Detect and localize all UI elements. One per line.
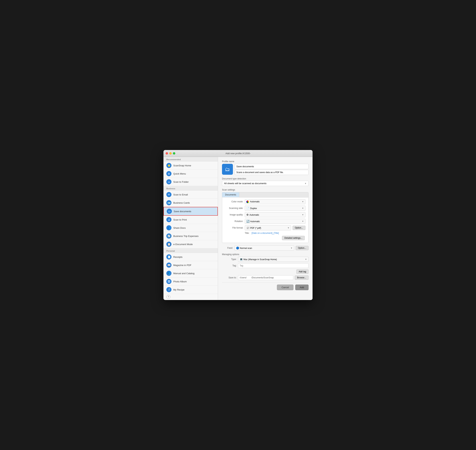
rotation-dropdown[interactable]: 🔄Automatic ▼ (245, 219, 305, 224)
rotation-icon: 🔄 (246, 220, 250, 223)
cancel-button[interactable]: Cancel (277, 284, 293, 290)
computer-icon: 💻 (240, 258, 243, 261)
scanning-side-dropdown[interactable]: 📄Duplex ▼ (245, 206, 305, 211)
sidebar-item-quick-menu[interactable]: ⊞ Quick Menu (163, 170, 218, 178)
color-mode-dropdown[interactable]: Automatic ▼ (245, 199, 305, 204)
sidebar-item-label: Save documents (174, 210, 191, 213)
feed-section: Feed: 🔵Normal scan ▼ Option... (222, 245, 309, 250)
chevron-down-icon: ▼ (305, 258, 307, 260)
tag-row: Tag: (222, 263, 309, 268)
add-button[interactable]: Add (295, 284, 309, 290)
add-tag-row: Add tag (222, 269, 309, 274)
profile-text-fields (235, 164, 309, 175)
help-button[interactable]: ? (166, 295, 170, 299)
close-button[interactable] (166, 152, 168, 154)
title-label: Title: (245, 232, 250, 234)
titlebar: Add new profile:iX1500- (163, 150, 313, 157)
chevron-down-icon: ▼ (304, 182, 307, 184)
sidebar-item-scan-to-folder[interactable]: 🗂 Scan to Folder (163, 178, 218, 186)
profile-name-input[interactable] (235, 164, 309, 169)
receipts-icon: 🧾 (166, 254, 172, 260)
sidebar-item-business-cards[interactable]: 🪪 Business Cards (163, 199, 218, 207)
duplex-icon: 📄 (246, 207, 250, 210)
chevron-down-icon: ▼ (291, 247, 292, 249)
sidebar-item-magazine[interactable]: 📖 Magazine in PDF (163, 261, 218, 269)
share-docs-icon: 👥 (166, 225, 172, 230)
tag-input[interactable] (238, 263, 309, 268)
sidebar-item-share-docs[interactable]: 👥 Share Docs (163, 224, 218, 232)
detection-label: Document type detection (222, 178, 309, 180)
type-row: Type: 💻Mac (Manage in ScanSnap Home) ▼ (222, 257, 309, 262)
bottom-buttons: Cancel Add (222, 283, 309, 290)
file-format-dropdown[interactable]: 📰PDF (*.pdf) ▼ (245, 225, 291, 230)
business-cards-icon: 🪪 (166, 200, 172, 205)
magazine-icon: 📖 (166, 263, 172, 268)
sidebar-item-scansnap-home[interactable]: ⭐ ScanSnap Home (163, 161, 218, 170)
add-tag-button[interactable]: Add tag (296, 269, 309, 274)
detailed-settings-button[interactable]: Detailed settings... (282, 236, 305, 240)
detection-dropdown[interactable]: All sheets will be scanned as documents … (222, 181, 309, 186)
save-to-input[interactable] (238, 275, 293, 280)
managing-options-section: Managing options Type: 💻Mac (Manage in S… (222, 253, 309, 280)
scan-to-folder-icon: 🗂 (166, 179, 172, 184)
profile-icon: 🗂 (222, 164, 233, 175)
scan-settings-box: Documents Color mode: Automatic ▼ Scan (222, 192, 309, 243)
sidebar-item-save-documents[interactable]: 🗂 Save documents (163, 207, 218, 216)
feed-dropdown[interactable]: 🔵Normal scan ▼ (234, 245, 294, 250)
chevron-down-icon: ▼ (302, 207, 304, 209)
file-format-option-button[interactable]: Option... (292, 226, 305, 230)
chevron-down-icon: ▼ (302, 220, 304, 222)
scan-settings-label: Scan settings (222, 189, 309, 191)
rotation-label: Rotation: (225, 220, 243, 223)
image-quality-dropdown[interactable]: ⚙Automatic ▼ (245, 212, 305, 217)
sidebar: Recommended ⭐ ScanSnap Home ⊞ Quick Menu… (163, 157, 218, 300)
tab-documents[interactable]: Documents (222, 192, 239, 197)
chevron-down-icon: ▼ (302, 214, 304, 216)
main-content: Recommended ⭐ ScanSnap Home ⊞ Quick Menu… (163, 157, 313, 300)
sidebar-item-scan-to-print[interactable]: 🖨 Scan to Print (163, 216, 218, 224)
sidebar-item-e-document[interactable]: 📋 e-Document Mode (163, 240, 218, 248)
color-mode-row: Color mode: Automatic ▼ (225, 199, 305, 204)
tag-label: Tag: (222, 264, 237, 267)
chevron-down-icon: ▼ (287, 227, 289, 229)
save-documents-icon: 🗂 (167, 209, 172, 214)
sidebar-item-label: Business Trip Expenses (173, 235, 199, 237)
sidebar-item-label: Photo Album (173, 280, 187, 283)
rotation-row: Rotation: 🔄Automatic ▼ (225, 219, 305, 224)
chevron-down-icon: ▼ (302, 201, 304, 203)
sidebar-item-label: ScanSnap Home (173, 164, 191, 167)
save-to-label: Save to: (222, 276, 237, 279)
maximize-button[interactable] (173, 152, 175, 154)
sidebar-item-label: Receipts (173, 256, 183, 258)
browse-button[interactable]: Browse... (295, 275, 309, 280)
detailed-settings-row: Detailed settings... (225, 236, 305, 240)
scansnap-home-icon: ⭐ (166, 163, 172, 168)
quick-menu-icon: ⊞ (166, 171, 172, 176)
minimize-button[interactable] (169, 152, 172, 154)
sidebar-item-scan-to-email[interactable]: ✉ Scan to Email (163, 190, 218, 199)
expense-icon: 🔄 (166, 233, 172, 238)
sidebar-item-label: Quick Menu (173, 172, 186, 175)
window-title: Add new profile:iX1500- (226, 152, 250, 155)
title-link[interactable]: [Date on a document]_[Title] (252, 232, 279, 234)
profile-desc-input[interactable] (235, 170, 309, 175)
sidebar-item-photo-album[interactable]: 🖼 Photo Album (163, 278, 218, 286)
sidebar-item-label: e-Document Mode (173, 243, 193, 246)
file-format-row: File format: 📰PDF (*.pdf) ▼ Option... (225, 225, 305, 230)
sidebar-section-recommended: Recommended (163, 157, 218, 161)
photo-icon: 🖼 (166, 279, 172, 284)
image-quality-row: Image quality: ⚙Automatic ▼ (225, 212, 305, 217)
sidebar-item-label: Scan to Email (173, 193, 188, 196)
sidebar-item-business-trip[interactable]: 🔄 Business Trip Expenses (163, 232, 218, 240)
sidebar-item-manual[interactable]: 📘 Manual and Catalog (163, 269, 218, 278)
type-dropdown[interactable]: 💻Mac (Manage in ScanSnap Home) ▼ (238, 257, 309, 262)
sidebar-item-receipts[interactable]: 🧾 Receipts (163, 253, 218, 261)
scan-to-print-icon: 🖨 (166, 217, 172, 222)
feed-label: Feed: (222, 247, 233, 249)
sidebar-item-my-recipe[interactable]: 🍴 My Recipe (163, 286, 218, 294)
image-quality-icon: ⚙ (246, 213, 249, 216)
scanning-side-label: Scanning side: (225, 207, 243, 209)
feed-option-button[interactable]: Option... (296, 246, 309, 250)
title-row: Title: [Date on a document]_[Title] (225, 232, 305, 234)
email-icon: ✉ (166, 192, 172, 197)
